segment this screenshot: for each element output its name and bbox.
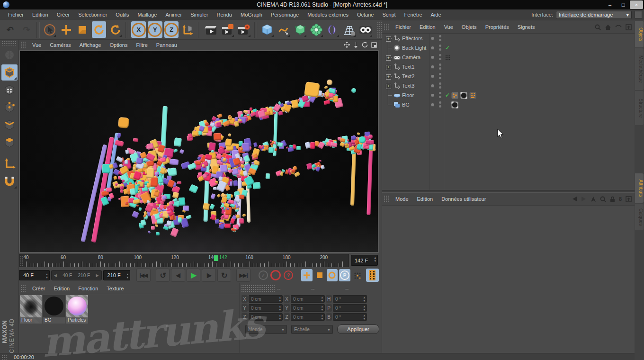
panel-tab-médiathèque[interactable]: Médiathèque — [635, 48, 644, 90]
menu-item[interactable]: Fichier — [4, 10, 28, 19]
snap-magnet-button[interactable] — [1, 173, 18, 189]
current-frame-field[interactable]: 142 F ▴▾ — [351, 255, 378, 266]
object-manager-drag-handle[interactable] — [384, 23, 389, 31]
visibility-dots-icon[interactable] — [439, 101, 441, 109]
panel-tab-attributs[interactable]: Attributs — [635, 173, 644, 203]
object-manager-menu-item[interactable]: Vue — [440, 23, 457, 31]
expand-icon[interactable]: + — [386, 36, 391, 42]
range-end-field[interactable]: 210 F ▴▾ — [103, 270, 130, 280]
key-rotation-toggle[interactable] — [327, 269, 338, 281]
status-drag-handle[interactable] — [1, 355, 7, 360]
object-manager-menu-item[interactable]: Edition — [415, 23, 440, 31]
scale-input[interactable]: 0 cm▴▾ — [291, 313, 325, 321]
menu-item[interactable]: Rendu — [213, 10, 236, 19]
timeline-ruler[interactable]: 406080100120140160180200142 — [19, 254, 349, 267]
menu-item[interactable]: Outils — [111, 10, 133, 19]
material-thumb-bg[interactable]: BG — [43, 295, 65, 324]
redo-button[interactable]: ↷ — [19, 21, 34, 38]
minimize-button[interactable]: – — [603, 0, 617, 9]
viewport-menu-item[interactable]: Filtre — [132, 41, 152, 49]
layer-dot-icon[interactable] — [431, 56, 434, 59]
history-back-icon[interactable] — [572, 196, 577, 202]
layer-dot-icon[interactable] — [431, 65, 434, 69]
layer-dot-icon[interactable] — [431, 94, 434, 97]
rotation-input[interactable]: 0 °▴▾ — [333, 295, 367, 303]
material-menu-item[interactable]: Créer — [28, 284, 50, 293]
add-environment-button[interactable] — [326, 21, 340, 38]
menu-item[interactable]: Fenêtre — [400, 10, 427, 19]
layer-dot-icon[interactable] — [431, 46, 434, 50]
grid-tag-icon[interactable] — [469, 92, 476, 99]
layer-dot-icon[interactable] — [431, 103, 434, 107]
visibility-dots-icon[interactable] — [439, 35, 441, 43]
undo-button[interactable]: ↶ — [3, 21, 18, 38]
coordinates-drag-handle[interactable] — [241, 285, 275, 292]
palette-drag-handle[interactable] — [1, 41, 17, 45]
expand-icon[interactable]: + — [386, 55, 391, 61]
key-parameter-toggle[interactable]: P — [339, 269, 350, 281]
menu-item[interactable]: MoGraph — [236, 10, 267, 19]
position-input[interactable]: 0 cm▴▾ — [249, 313, 283, 321]
render-view-button[interactable] — [204, 21, 219, 38]
add-camera-button[interactable] — [358, 21, 373, 38]
panel-tab-calques[interactable]: Calques — [635, 204, 644, 230]
viewport-menu-item[interactable]: Vue — [28, 41, 45, 49]
expand-icon[interactable]: + — [386, 84, 391, 89]
menu-item[interactable]: Maillage — [133, 10, 161, 19]
panel-menu-icon[interactable] — [626, 196, 632, 202]
home-icon[interactable] — [605, 24, 611, 30]
expand-icon[interactable]: + — [386, 74, 391, 80]
move-tool-button[interactable] — [59, 21, 73, 38]
goto-start-button[interactable]: |◀◀ — [136, 269, 150, 282]
material-menu-item[interactable]: Edition — [50, 284, 74, 293]
add-floor-button[interactable] — [342, 21, 357, 38]
texture-tag-icon[interactable] — [460, 92, 467, 99]
key-pla-toggle[interactable] — [352, 269, 363, 281]
menu-item[interactable]: Sélectionner — [74, 10, 111, 19]
key-position-toggle[interactable] — [301, 269, 313, 281]
visibility-dots-icon[interactable] — [439, 63, 441, 71]
axis-mode-button[interactable] — [1, 156, 18, 172]
add-generator-button[interactable] — [293, 21, 307, 38]
pan-view-icon[interactable] — [344, 42, 350, 48]
coordinate-space-select[interactable]: Monde▾ — [245, 325, 287, 334]
object-row-text2[interactable]: +Text2 — [382, 72, 635, 81]
range-start-field[interactable]: 40 F ▴▾ — [19, 270, 50, 280]
panel-tab-structure[interactable]: Structure — [635, 91, 644, 125]
model-mode-button[interactable] — [1, 64, 18, 81]
object-row-back-light[interactable]: Back Light✓ — [382, 43, 635, 53]
restore-button[interactable]: □ — [617, 0, 630, 9]
interface-select[interactable]: Interface de démarrage ▾ — [556, 11, 632, 19]
eye-icon[interactable] — [615, 25, 622, 29]
menu-item[interactable]: Octane — [353, 10, 378, 19]
object-manager-menu-item[interactable]: Signets — [513, 23, 539, 31]
menu-item[interactable]: Script — [378, 10, 400, 19]
attribute-manager-menu-item[interactable]: Edition — [413, 195, 438, 203]
play-button[interactable]: ▶ — [187, 269, 200, 282]
texture-mode-button[interactable] — [1, 82, 18, 98]
material-thumb-particles[interactable]: Particles — [66, 295, 88, 324]
layer-dot-icon[interactable] — [431, 84, 434, 88]
object-row-text3[interactable]: +Text3 — [382, 81, 635, 90]
last-tool-button[interactable] — [108, 21, 123, 38]
expand-icon[interactable]: + — [386, 65, 391, 70]
autokey-button[interactable] — [270, 269, 282, 281]
material-menu-item[interactable]: Fonction — [74, 284, 102, 293]
history-forward-icon[interactable] — [581, 196, 587, 202]
preview-range-slider[interactable]: ◀ 40 F 210 F ▶ — [51, 270, 102, 280]
menu-item[interactable]: Personnage — [267, 10, 303, 19]
visibility-dots-icon[interactable] — [439, 54, 441, 62]
viewport-menu-item[interactable]: Caméras — [45, 41, 75, 49]
scale-tool-button[interactable] — [75, 21, 90, 38]
menu-item[interactable]: Créer — [53, 10, 74, 19]
menu-item[interactable]: Aide — [427, 10, 446, 19]
cursor-mode-icon[interactable] — [590, 196, 596, 202]
texture-tag-icon[interactable] — [451, 101, 458, 108]
render-to-picture-viewer-button[interactable] — [220, 21, 235, 38]
active-camera-icon[interactable] — [445, 55, 450, 60]
panel-tab-objets[interactable]: Objets — [635, 21, 644, 47]
rotate-tool-button[interactable] — [92, 21, 107, 38]
lock-z-axis-button[interactable]: Z — [164, 21, 179, 38]
visibility-dots-icon[interactable] — [439, 45, 441, 52]
menu-item[interactable]: Edition — [28, 10, 53, 19]
